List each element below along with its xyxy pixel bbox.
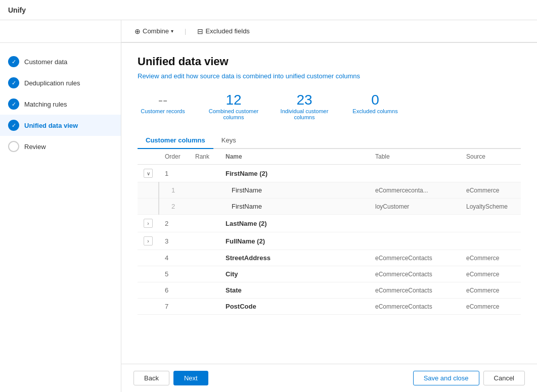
cell-order-fullname: 3 xyxy=(159,232,189,250)
cell-table-city: eCommerceContacts xyxy=(369,266,460,282)
save-close-button[interactable]: Save and close xyxy=(413,371,479,385)
sidebar-status-dedup: ✓ xyxy=(8,77,19,88)
cell-table-firstname-1: eCommerceconta... xyxy=(369,182,460,199)
cell-source-firstname xyxy=(460,165,521,182)
page-title: Unified data view xyxy=(138,55,521,68)
cell-order-lastname: 2 xyxy=(159,215,189,232)
cell-name-city: City xyxy=(219,266,369,282)
stat-customer-records: -- Customer records xyxy=(138,92,188,120)
sidebar: ✓ Customer data ✓ Deduplication rules ✓ … xyxy=(0,43,121,392)
th-order: Order xyxy=(159,149,189,165)
stat-label-excluded: Excluded columns xyxy=(352,108,397,114)
table-row[interactable]: › 3 FullName (2) xyxy=(138,232,521,250)
cell-table-state: eCommerceContacts xyxy=(369,282,460,299)
cell-name-streetaddress: StreetAddress xyxy=(219,250,369,266)
tab-keys[interactable]: Keys xyxy=(213,132,244,149)
th-name: Name xyxy=(219,149,369,165)
table-header-row: Order Rank Name Table Source xyxy=(138,149,521,165)
cancel-button[interactable]: Cancel xyxy=(483,371,525,385)
sidebar-label-review: Review xyxy=(24,143,46,151)
excluded-fields-button[interactable]: ⊟ Excluded fields xyxy=(192,24,254,38)
stat-individual-columns: 23 Individual customer columns xyxy=(279,92,330,120)
sidebar-label-unified: Unified data view xyxy=(24,122,78,129)
table-row[interactable]: › 2 LastName (2) xyxy=(138,215,521,232)
table-row[interactable]: 2 FirstName loyCustomer LoyaltyScheme xyxy=(138,199,521,215)
footer-right: Save and close Cancel xyxy=(413,371,525,385)
cell-order-state: 6 xyxy=(159,282,189,299)
collapse-button-firstname[interactable]: ∨ xyxy=(144,169,153,178)
sidebar-label-dedup: Deduplication rules xyxy=(24,79,80,87)
cell-table-postcode: eCommerceContacts xyxy=(369,299,460,315)
cell-table-firstname xyxy=(369,165,460,182)
cell-name-firstname: FirstName (2) xyxy=(219,165,369,182)
cell-name-lastname: LastName (2) xyxy=(219,215,369,232)
divider: | xyxy=(185,27,186,35)
expand-button-lastname[interactable]: › xyxy=(144,219,153,228)
th-source: Source xyxy=(460,149,521,165)
chevron-down-icon: ▾ xyxy=(171,28,173,34)
table-container: Order Rank Name Table Source ∨ 1 xyxy=(138,149,521,315)
next-button[interactable]: Next xyxy=(173,371,208,385)
expand-button-fullname[interactable]: › xyxy=(144,236,153,246)
table-row[interactable]: 4 StreetAddress eCommerceContacts eComme… xyxy=(138,250,521,266)
combine-button[interactable]: ⊕ Combine ▾ xyxy=(129,24,178,38)
th-table: Table xyxy=(369,149,460,165)
combine-icon: ⊕ xyxy=(135,27,141,35)
stat-label-individual: Individual customer columns xyxy=(279,108,330,120)
cell-source-firstname-1: eCommerce xyxy=(460,182,521,199)
sidebar-item-matching-rules[interactable]: ✓ Matching rules xyxy=(0,93,121,115)
cell-order-postcode: 7 xyxy=(159,299,189,315)
stat-value-customer-records: -- xyxy=(158,92,168,108)
sidebar-item-review[interactable]: Review xyxy=(0,136,121,157)
cell-source-city: eCommerce xyxy=(460,266,521,282)
sidebar-item-deduplication-rules[interactable]: ✓ Deduplication rules xyxy=(0,72,121,93)
cell-order-streetaddress: 4 xyxy=(159,250,189,266)
stats-row: -- Customer records 12 Combined customer… xyxy=(138,92,521,120)
sidebar-label-customer-data: Customer data xyxy=(24,58,67,66)
sidebar-status-review xyxy=(8,141,19,152)
tabs: Customer columns Keys xyxy=(138,132,521,149)
stat-value-excluded: 0 xyxy=(371,92,379,108)
top-bar: Unify xyxy=(0,0,537,20)
cell-name-fullname: FullName (2) xyxy=(219,232,369,250)
th-expand xyxy=(138,149,159,165)
table-row[interactable]: 7 PostCode eCommerceContacts eCommerce xyxy=(138,299,521,315)
cell-rank-firstname xyxy=(189,165,219,182)
sidebar-item-customer-data[interactable]: ✓ Customer data xyxy=(0,51,121,72)
cell-order-firstname: 1 xyxy=(159,165,189,182)
cell-name-firstname-1: FirstName xyxy=(219,182,369,199)
page-subtitle: Review and edit how source data is combi… xyxy=(138,72,521,80)
cell-source-state: eCommerce xyxy=(460,282,521,299)
footer: Back Next Save and close Cancel xyxy=(121,364,537,392)
cell-table-firstname-2: loyCustomer xyxy=(369,199,460,215)
stat-value-individual: 23 xyxy=(296,92,312,108)
excluded-fields-icon: ⊟ xyxy=(197,27,203,35)
main-content: Unified data view Review and edit how so… xyxy=(121,43,537,364)
stat-excluded-columns: 0 Excluded columns xyxy=(350,92,400,120)
cell-name-postcode: PostCode xyxy=(219,299,369,315)
cell-source-firstname-2: LoyaltyScheme xyxy=(460,199,521,215)
table-row[interactable]: 5 City eCommerceContacts eCommerce xyxy=(138,266,521,282)
stat-label-customer-records: Customer records xyxy=(141,108,185,114)
cell-order-city: 5 xyxy=(159,266,189,282)
sidebar-item-unified-data-view[interactable]: ✓ Unified data view xyxy=(0,115,121,136)
toolbar: ⊕ Combine ▾ | ⊟ Excluded fields xyxy=(121,20,537,42)
sidebar-label-matching: Matching rules xyxy=(24,101,67,108)
sidebar-status-matching: ✓ xyxy=(8,99,19,110)
table-row[interactable]: 6 State eCommerceContacts eCommerce xyxy=(138,282,521,299)
tab-customer-columns[interactable]: Customer columns xyxy=(138,132,213,149)
stat-combined-columns: 12 Combined customer columns xyxy=(208,92,259,120)
cell-rank-firstname-1: 1 xyxy=(171,186,175,194)
th-rank: Rank xyxy=(189,149,219,165)
sidebar-status-customer-data: ✓ xyxy=(8,56,19,67)
sidebar-status-unified: ✓ xyxy=(8,120,19,131)
cell-name-firstname-2: FirstName xyxy=(219,199,369,215)
table-row[interactable]: ∨ 1 FirstName (2) xyxy=(138,165,521,182)
cell-table-streetaddress: eCommerceContacts xyxy=(369,250,460,266)
table-row[interactable]: 1 FirstName eCommerceconta... eCommerce xyxy=(138,182,521,199)
columns-table: Order Rank Name Table Source ∨ 1 xyxy=(138,149,521,315)
back-button[interactable]: Back xyxy=(133,371,169,385)
cell-source-streetaddress: eCommerce xyxy=(460,250,521,266)
stat-label-combined: Combined customer columns xyxy=(208,108,259,120)
app-title: Unify xyxy=(8,6,26,14)
